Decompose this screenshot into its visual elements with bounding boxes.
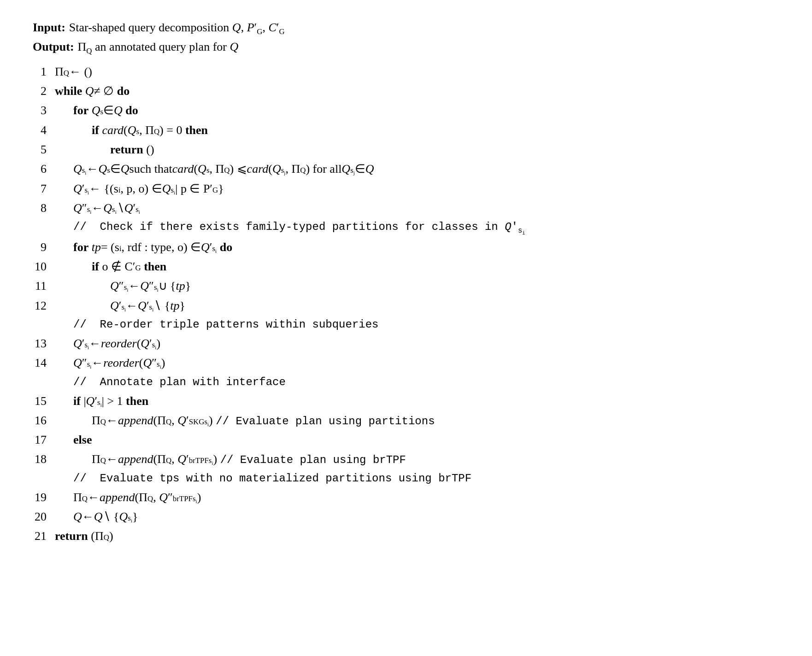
line-content: Q″si ← Q″si ∪ {tp}: [55, 277, 779, 295]
line-content: Q″si ← Qsi ∖ Q′si: [55, 199, 779, 217]
line-7: 7 Q′si ← {(si, p, o) ∈ Qsi | p ∈ P′G}: [33, 179, 779, 199]
line-number: 2: [33, 82, 55, 100]
line-number: 21: [33, 527, 55, 545]
line-number: 18: [33, 450, 55, 469]
line-content: ΠQ ← append(ΠQ, Q′SKGsi) // Evaluate pla…: [55, 411, 779, 430]
line-6: 6 Qsi ← Qs ∈ Q such that card(Qs, ΠQ) ⩽ …: [33, 159, 779, 179]
line-16: 16 ΠQ ← append(ΠQ, Q′SKGsi) // Evaluate …: [33, 411, 779, 430]
line-content: Q″si ← reorder(Q″si): [55, 354, 779, 372]
line-content: // Check if there exists family-typed pa…: [55, 218, 779, 237]
line-number: 6: [33, 160, 55, 178]
comment-evaluate-tps: // Evaluate tps with no materialized par…: [33, 469, 779, 488]
line-content: ΠQ ← (): [55, 63, 779, 81]
line-18: 18 ΠQ ← append(ΠQ, Q′brTPFsi) // Evaluat…: [33, 450, 779, 469]
line-number: 10: [33, 258, 55, 276]
line-20: 20 Q ← Q ∖ {Qsi}: [33, 507, 779, 527]
line-content: ΠQ ← append(ΠQ, Q′brTPFsi) // Evaluate p…: [55, 450, 779, 469]
line-content: ΠQ ← append(ΠQ, Q″brTPFsi): [55, 488, 779, 507]
line-content: while Q ≠ ∅ do: [55, 82, 779, 100]
line-number: 7: [33, 180, 55, 198]
line-content: // Annotate plan with interface: [55, 374, 779, 391]
line-number: 15: [33, 392, 55, 410]
line-content: return (): [55, 141, 779, 159]
line-number: 8: [33, 199, 55, 217]
line-number: 14: [33, 354, 55, 372]
line-number: 16: [33, 411, 55, 430]
output-text: ΠQ an annotated query plan for Q: [78, 38, 239, 57]
output-label: Output:: [33, 38, 74, 56]
line-4: 4 if card(Qs, ΠQ) = 0 then: [33, 121, 779, 140]
line-content: // Re-order triple patterns within subqu…: [55, 316, 779, 333]
line-content: Qsi ← Qs ∈ Q such that card(Qs, ΠQ) ⩽ ca…: [55, 160, 779, 178]
line-number: 19: [33, 488, 55, 507]
line-content: for Qs ∈ Q do: [55, 101, 779, 120]
line-12: 12 Q′si ← Q′si ∖ {tp}: [33, 296, 779, 316]
line-content: if card(Qs, ΠQ) = 0 then: [55, 121, 779, 140]
line-content: Q′si ← reorder(Q′si): [55, 334, 779, 353]
line-2: 2 while Q ≠ ∅ do: [33, 82, 779, 101]
line-number: 12: [33, 297, 55, 315]
line-number: 3: [33, 101, 55, 120]
line-number: 4: [33, 121, 55, 140]
line-content: if |Q′si| > 1 then: [55, 392, 779, 410]
comment-annotate: // Annotate plan with interface: [33, 373, 779, 392]
line-13: 13 Q′si ← reorder(Q′si): [33, 334, 779, 353]
line-3: 3 for Qs ∈ Q do: [33, 101, 779, 120]
line-content: return (ΠQ): [55, 527, 779, 545]
algorithm-body: 1 ΠQ ← () 2 while Q ≠ ∅ do 3 for Qs ∈ Q …: [33, 62, 779, 546]
output-line: Output: ΠQ an annotated query plan for Q: [33, 38, 779, 57]
line-number: 11: [33, 277, 55, 295]
line-content: for tp = (si, rdf : type, o) ∈ Q′si do: [55, 238, 779, 257]
line-10: 10 if o ∉ C′G then: [33, 257, 779, 276]
input-text: Star-shaped query decomposition Q, P′G, …: [69, 18, 285, 38]
line-content: else: [55, 431, 779, 449]
comment-reorder: // Re-order triple patterns within subqu…: [33, 316, 779, 334]
comment-check: // Check if there exists family-typed pa…: [33, 218, 779, 238]
line-5: 5 return (): [33, 140, 779, 159]
input-line: Input: Star-shaped query decomposition Q…: [33, 18, 779, 38]
line-number: 5: [33, 141, 55, 159]
header-block: Input: Star-shaped query decomposition Q…: [33, 18, 779, 58]
line-1: 1 ΠQ ← (): [33, 62, 779, 82]
line-8: 8 Q″si ← Qsi ∖ Q′si: [33, 199, 779, 218]
line-17: 17 else: [33, 430, 779, 450]
line-number: 13: [33, 334, 55, 353]
line-14: 14 Q″si ← reorder(Q″si): [33, 353, 779, 373]
line-number: 17: [33, 431, 55, 449]
line-19: 19 ΠQ ← append(ΠQ, Q″brTPFsi): [33, 488, 779, 507]
line-number: 9: [33, 238, 55, 257]
line-15: 15 if |Q′si| > 1 then: [33, 392, 779, 411]
line-9: 9 for tp = (si, rdf : type, o) ∈ Q′si do: [33, 238, 779, 257]
line-number: 20: [33, 508, 55, 526]
line-content: Q′si ← {(si, p, o) ∈ Qsi | p ∈ P′G}: [55, 180, 779, 198]
line-content: // Evaluate tps with no materialized par…: [55, 470, 779, 487]
line-21: 21 return (ΠQ): [33, 527, 779, 546]
line-content: Q ← Q ∖ {Qsi}: [55, 508, 779, 526]
line-content: Q′si ← Q′si ∖ {tp}: [55, 297, 779, 315]
line-11: 11 Q″si ← Q″si ∪ {tp}: [33, 276, 779, 296]
line-content: if o ∉ C′G then: [55, 258, 779, 276]
input-label: Input:: [33, 18, 65, 37]
algorithm-container: Input: Star-shaped query decomposition Q…: [33, 18, 779, 546]
line-number: 1: [33, 63, 55, 81]
